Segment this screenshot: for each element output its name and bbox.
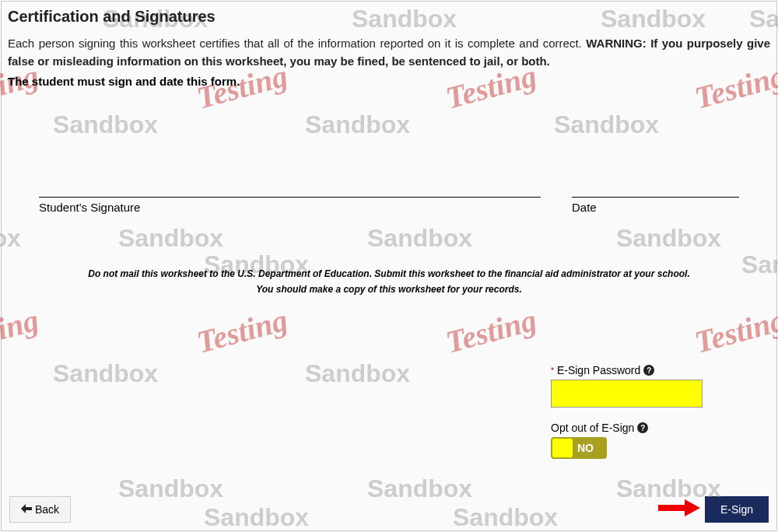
esign-password-input[interactable] xyxy=(551,380,703,408)
section-title: Certification and Signatures xyxy=(8,8,770,26)
student-signature-label: Student's Signature xyxy=(39,201,140,214)
help-icon[interactable]: ? xyxy=(637,422,648,433)
certification-text: Each person signing this worksheet certi… xyxy=(8,35,770,70)
optout-value: NO xyxy=(577,442,594,454)
watermark-testing: Testing xyxy=(0,301,43,360)
instruction-line-2: You should make a copy of this worksheet… xyxy=(8,284,770,295)
instruction-line-1: Do not mail this worksheet to the U.S. D… xyxy=(8,268,770,279)
arrow-left-icon xyxy=(21,503,32,516)
help-icon[interactable]: ? xyxy=(643,365,654,376)
esign-button[interactable]: E-Sign xyxy=(705,496,769,523)
pointer-arrow-icon xyxy=(658,499,700,520)
date-label: Date xyxy=(572,201,597,214)
watermark-sandbox: Sandbox xyxy=(305,359,410,388)
watermark-testing: Testing xyxy=(442,301,541,360)
required-indicator: * xyxy=(551,366,554,375)
date-line: Date xyxy=(572,197,739,214)
student-signature-line: Student's Signature xyxy=(39,197,541,214)
back-button-label: Back xyxy=(35,503,59,516)
toggle-knob xyxy=(552,439,573,457)
esign-button-label: E-Sign xyxy=(720,503,753,516)
back-button[interactable]: Back xyxy=(9,496,71,523)
svg-rect-0 xyxy=(658,505,685,511)
optout-label: Opt out of E-Sign xyxy=(551,422,634,434)
optout-toggle[interactable]: NO xyxy=(551,437,607,459)
watermark-testing: Testing xyxy=(691,301,778,360)
intro-plain: Each person signing this worksheet certi… xyxy=(8,37,586,50)
watermark-sandbox: Sandbox xyxy=(53,359,158,388)
watermark-testing: Testing xyxy=(193,301,292,360)
esign-password-label: E-Sign Password xyxy=(557,364,640,376)
must-sign-text: The student must sign and date this form… xyxy=(8,75,770,88)
